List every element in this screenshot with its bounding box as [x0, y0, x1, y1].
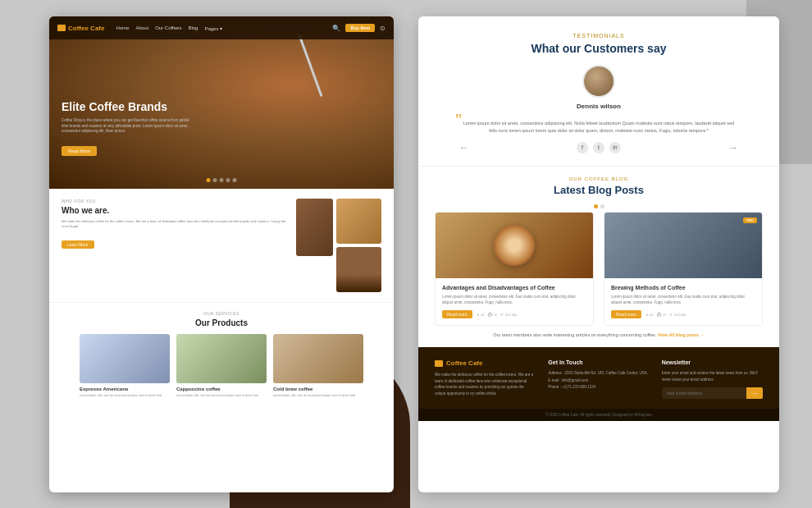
prev-arrow[interactable]: ← — [459, 142, 469, 153]
blog-card-2-title: Brewing Methods of Coffee — [611, 285, 755, 291]
hero-dot-3[interactable] — [220, 178, 224, 182]
hero-subtitle: Coffee Shop is the place where you can g… — [62, 118, 193, 135]
buy-now-button[interactable]: Buy Now — [345, 24, 375, 32]
footer-logo-icon — [435, 360, 443, 367]
testimonials-section: TESTIMONIALS What our Customers say Denn… — [418, 16, 779, 167]
blog-stats-2: ♥ 44 💬 55 👁 253.84k — [646, 313, 687, 317]
hero-dot-4[interactable] — [226, 178, 230, 182]
footer-copyright: © 2026 Coffee Cafe. All rights reserved … — [418, 409, 779, 421]
product-card-2: Cappuccino coffee consectetur elit, sed … — [176, 334, 267, 398]
testimonial-arrows: ← f t in → — [459, 142, 738, 153]
product-desc-1: consectetur elit, sed do eiusmod tempor … — [80, 393, 170, 398]
product-card-3: Cold brew coffee consectetur elit, sed d… — [273, 334, 363, 398]
blog-card-2-footer: Read more ♥ 44 💬 55 👁 253.84k — [611, 310, 755, 318]
nav-link-coffees[interactable]: Our Coffees — [155, 25, 181, 31]
who-image-2 — [336, 199, 381, 244]
hero-title: Elite Coffee Brands — [62, 100, 193, 114]
footer-newsletter-desc: Enter your email and receive the latest … — [662, 370, 763, 382]
footer-description: We make the delicious coffee for the cof… — [435, 372, 536, 397]
learn-more-button[interactable]: Learn More — [62, 240, 94, 249]
blog-dot-1[interactable] — [594, 204, 598, 208]
blog-card-1-footer: Read more ♥ 44 💬 55 👁 253.84k — [442, 310, 586, 318]
blog-stats-1: ♥ 44 💬 55 👁 253.84k — [477, 313, 518, 317]
blog-title: Latest Blog Posts — [435, 184, 763, 196]
blog-stat-views-2: 👁 253.84k — [669, 313, 686, 317]
testimonials-title: What our Customers say — [443, 42, 755, 55]
products-label: OUR SERVICES — [62, 311, 381, 316]
testimonial-content: Dennis wilson " Lorem ipsum dolor sit am… — [443, 65, 755, 153]
product-name-2: Cappuccino coffee — [176, 387, 267, 391]
footer-newsletter-col: Newsletter Enter your email and receive … — [662, 359, 763, 400]
product-name-3: Cold brew coffee — [273, 387, 363, 391]
search-icon[interactable]: 🔍 — [332, 25, 340, 32]
reviewer-quote: " Lorem ipsum dolor sit amet, consectetu… — [459, 113, 738, 135]
blog-stat-comments-2: 💬 55 — [657, 313, 666, 317]
who-images — [296, 199, 381, 292]
footer-about-col: Coffee Cafe We make the delicious coffee… — [435, 359, 536, 400]
nav-logo-icon — [57, 25, 66, 31]
who-label: WHO FOR YOU — [62, 199, 288, 204]
who-section: WHO FOR YOU Who we are. We make the deli… — [49, 189, 394, 302]
nav-link-pages[interactable]: Pages ▾ — [204, 25, 222, 31]
view-all-blog-link[interactable]: View All blog posts → — [658, 332, 705, 337]
newsletter-submit-button[interactable]: → — [746, 387, 763, 399]
blog-dots — [435, 204, 763, 208]
hero-cta-button[interactable]: Read More — [62, 146, 97, 156]
blog-read-more-1[interactable]: Read more — [442, 310, 472, 318]
quote-mark: " — [455, 112, 462, 128]
product-image-1 — [80, 334, 170, 383]
navbar: Coffee Cafe Home About Our Coffees Blog … — [49, 16, 394, 39]
who-image-1 — [296, 199, 333, 256]
pro-badge: PRO — [743, 217, 757, 223]
blog-card-2-desc: Lorem ipsum dolor sit amet, consectetur … — [611, 294, 755, 305]
product-name-1: Espresso Americano — [80, 387, 170, 391]
blog-card-2: PRO Brewing Methods of Coffee Lorem ipsu… — [604, 212, 763, 326]
blog-stat-likes-1: ♥ 44 — [477, 313, 485, 317]
linkedin-icon[interactable]: in — [609, 142, 621, 153]
blog-stat-comments-1: 💬 55 — [488, 313, 497, 317]
newsletter-email-input[interactable] — [662, 387, 746, 399]
nav-link-blog[interactable]: Blog — [188, 25, 198, 31]
footer: Coffee Cafe We make the delicious coffee… — [418, 347, 779, 409]
product-image-2 — [176, 334, 267, 383]
hero-section: Coffee Cafe Home About Our Coffees Blog … — [49, 16, 394, 189]
nav-logo-text: Coffee Cafe — [68, 25, 104, 32]
footer-contact-title: Get In Touch — [548, 359, 649, 365]
cart-icon[interactable]: ⊙ — [380, 25, 385, 32]
left-panel: Coffee Cafe Home About Our Coffees Blog … — [49, 16, 394, 492]
footer-logo-text: Coffee Cafe — [446, 359, 482, 367]
hero-dot-5[interactable] — [233, 178, 237, 182]
hero-content: Elite Coffee Brands Coffee Shop is the p… — [62, 100, 193, 156]
products-header: OUR SERVICES Our Products — [62, 311, 381, 327]
products-grid: Espresso Americano consectetur elit, sed… — [62, 334, 381, 398]
product-image-3 — [273, 334, 363, 383]
blog-section: OUR COFFEE BLOG Latest Blog Posts Advant… — [418, 167, 779, 347]
blog-card-1-title: Advantages and Disadvantages of Coffee — [442, 285, 586, 291]
blog-stat-likes-2: ♥ 44 — [646, 313, 654, 317]
products-section: OUR SERVICES Our Products Espresso Ameri… — [49, 302, 394, 406]
who-text: WHO FOR YOU Who we are. We make the deli… — [62, 199, 288, 292]
who-image-3 — [336, 247, 381, 292]
blog-read-more-2[interactable]: Read more — [611, 310, 641, 318]
next-arrow[interactable]: → — [728, 142, 738, 153]
hero-dot-1[interactable] — [207, 178, 211, 182]
nav-logo: Coffee Cafe — [57, 25, 104, 32]
who-title: Who we are. — [62, 206, 288, 215]
twitter-icon[interactable]: t — [593, 142, 604, 153]
blog-card-1-desc: Lorem ipsum dolor sit amet, consectetur … — [442, 294, 586, 305]
right-panel: TESTIMONIALS What our Customers say Denn… — [418, 16, 779, 492]
footer-newsletter-title: Newsletter — [662, 359, 763, 365]
product-card-1: Espresso Americano consectetur elit, sed… — [80, 334, 170, 398]
facebook-icon[interactable]: f — [577, 142, 588, 153]
blog-image-1 — [436, 213, 593, 278]
nav-link-about[interactable]: About — [135, 25, 148, 31]
social-icons: f t in — [577, 142, 621, 153]
blog-image-2: PRO — [604, 213, 762, 278]
blog-more-text: Our team members also write interesting … — [435, 332, 763, 337]
blog-header: OUR COFFEE BLOG Latest Blog Posts — [435, 176, 763, 196]
products-title: Our Products — [62, 318, 381, 327]
blog-dot-2[interactable] — [600, 204, 604, 208]
hero-dot-2[interactable] — [213, 178, 217, 182]
who-description: We make the delicious coffee for the cof… — [62, 219, 288, 230]
nav-link-home[interactable]: Home — [116, 25, 129, 31]
